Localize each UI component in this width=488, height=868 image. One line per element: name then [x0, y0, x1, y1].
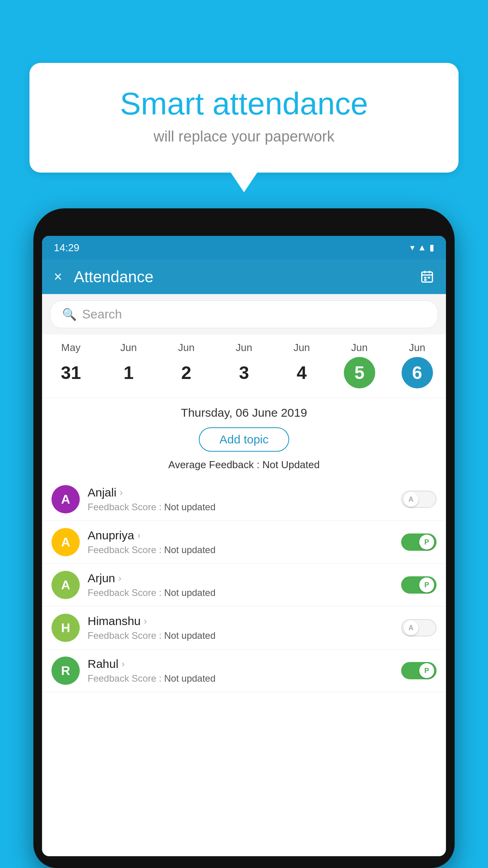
- avg-feedback: Average Feedback : Not Updated: [46, 459, 442, 471]
- student-avatar: A: [51, 571, 80, 599]
- attendance-toggle[interactable]: A: [401, 619, 437, 636]
- svg-rect-0: [422, 272, 433, 282]
- attendance-toggle-container[interactable]: P: [401, 576, 437, 594]
- student-feedback-score: Feedback Score : Not updated: [88, 502, 401, 513]
- date-month-label: Jun: [351, 342, 368, 354]
- student-row[interactable]: RRahul ›Feedback Score : Not updatedP: [42, 649, 446, 692]
- student-name: Anupriya ›: [88, 529, 401, 542]
- speech-bubble-container: Smart attendance will replace your paper…: [29, 63, 459, 173]
- student-info: Arjun ›Feedback Score : Not updated: [88, 572, 401, 598]
- phone-screen: 14:29 ▾ ▲ ▮ × Attendance �: [42, 236, 446, 856]
- student-feedback-score: Feedback Score : Not updated: [88, 673, 401, 684]
- status-bar: 14:29 ▾ ▲ ▮: [42, 236, 446, 259]
- student-avatar: H: [51, 614, 80, 642]
- toggle-knob: P: [419, 577, 434, 592]
- svg-rect-5: [428, 277, 430, 279]
- avg-feedback-value: Not Updated: [262, 459, 320, 471]
- bubble-title: Smart attendance: [61, 86, 427, 121]
- student-row[interactable]: HHimanshu ›Feedback Score : Not updatedA: [42, 607, 446, 649]
- battery-icon: ▮: [429, 243, 434, 253]
- app-title: Attendance: [74, 268, 420, 286]
- student-name: Arjun ›: [88, 572, 401, 585]
- attendance-toggle[interactable]: P: [401, 576, 437, 594]
- toggle-knob: A: [404, 620, 418, 635]
- attendance-toggle[interactable]: P: [401, 662, 437, 679]
- date-day-label: 5: [344, 357, 375, 388]
- attendance-toggle[interactable]: A: [401, 491, 437, 508]
- student-feedback-score: Feedback Score : Not updated: [88, 630, 401, 641]
- student-info: Anupriya ›Feedback Score : Not updated: [88, 529, 401, 555]
- app-bar: × Attendance: [42, 259, 446, 294]
- calendar-icon[interactable]: [420, 270, 434, 284]
- toggle-knob: A: [404, 492, 418, 507]
- student-feedback-score: Feedback Score : Not updated: [88, 587, 401, 598]
- date-day-label: 2: [171, 357, 202, 388]
- search-icon: 🔍: [62, 307, 77, 321]
- student-feedback-score: Feedback Score : Not updated: [88, 544, 401, 555]
- student-name: Rahul ›: [88, 657, 401, 671]
- svg-rect-4: [424, 277, 427, 279]
- search-input-container[interactable]: 🔍 Search: [50, 300, 438, 328]
- date-month-label: Jun: [294, 342, 310, 354]
- student-avatar: A: [51, 485, 80, 513]
- students-list: AAnjali ›Feedback Score : Not updatedAAA…: [42, 478, 446, 692]
- phone-notch: [220, 208, 268, 230]
- student-chevron-icon: ›: [118, 573, 121, 584]
- date-col[interactable]: Jun1: [100, 338, 158, 392]
- avg-feedback-label: Average Feedback :: [168, 459, 259, 471]
- toggle-knob: P: [419, 663, 434, 678]
- student-chevron-icon: ›: [137, 530, 140, 541]
- status-icons: ▾ ▲ ▮: [410, 243, 434, 253]
- signal-icon: ▲: [418, 243, 426, 253]
- student-row[interactable]: AAnjali ›Feedback Score : Not updatedA: [42, 478, 446, 521]
- student-row[interactable]: AArjun ›Feedback Score : Not updatedP: [42, 564, 446, 607]
- svg-rect-6: [424, 279, 427, 281]
- student-row[interactable]: AAnupriya ›Feedback Score : Not updatedP: [42, 521, 446, 564]
- student-avatar: R: [51, 657, 80, 685]
- date-col[interactable]: Jun3: [215, 338, 273, 392]
- search-placeholder: Search: [82, 307, 122, 322]
- date-col[interactable]: May31: [42, 338, 100, 392]
- date-day-label: 4: [286, 357, 317, 388]
- wifi-icon: ▾: [410, 243, 415, 253]
- date-month-label: Jun: [178, 342, 194, 354]
- speech-bubble: Smart attendance will replace your paper…: [29, 63, 459, 173]
- date-selector: May31Jun1Jun2Jun3Jun4Jun5Jun6: [42, 335, 446, 398]
- add-topic-button[interactable]: Add topic: [199, 427, 289, 452]
- date-day-label: 3: [228, 357, 260, 388]
- search-bar[interactable]: 🔍 Search: [42, 294, 446, 335]
- student-info: Himanshu ›Feedback Score : Not updated: [88, 614, 401, 641]
- student-name: Himanshu ›: [88, 614, 401, 628]
- close-button[interactable]: ×: [54, 268, 62, 285]
- attendance-toggle-container[interactable]: A: [401, 491, 437, 508]
- student-info: Rahul ›Feedback Score : Not updated: [88, 657, 401, 684]
- date-col[interactable]: Jun5: [330, 338, 388, 392]
- date-day-label: 31: [55, 357, 86, 388]
- status-time: 14:29: [54, 242, 79, 254]
- attendance-toggle[interactable]: P: [401, 533, 437, 551]
- date-month-label: May: [61, 342, 81, 354]
- date-month-label: Jun: [120, 342, 137, 354]
- date-day-label: 1: [113, 357, 144, 388]
- bubble-subtitle: will replace your paperwork: [61, 128, 427, 145]
- selected-date-info: Thursday, 06 June 2019 Add topic Average…: [42, 398, 446, 478]
- date-month-label: Jun: [236, 342, 252, 354]
- attendance-toggle-container[interactable]: P: [401, 533, 437, 551]
- student-name: Anjali ›: [88, 486, 401, 499]
- date-month-label: Jun: [409, 342, 426, 354]
- date-col[interactable]: Jun6: [388, 338, 446, 392]
- student-chevron-icon: ›: [119, 487, 123, 498]
- toggle-knob: P: [419, 535, 434, 550]
- date-day-label: 6: [402, 357, 433, 388]
- phone-frame: 14:29 ▾ ▲ ▮ × Attendance �: [33, 208, 455, 868]
- student-info: Anjali ›Feedback Score : Not updated: [88, 486, 401, 513]
- date-col[interactable]: Jun4: [273, 338, 330, 392]
- student-avatar: A: [51, 528, 80, 556]
- student-chevron-icon: ›: [144, 616, 147, 627]
- attendance-toggle-container[interactable]: A: [401, 619, 437, 636]
- date-col[interactable]: Jun2: [158, 338, 215, 392]
- attendance-toggle-container[interactable]: P: [401, 662, 437, 679]
- student-chevron-icon: ›: [121, 658, 125, 669]
- selected-date-text: Thursday, 06 June 2019: [46, 406, 442, 419]
